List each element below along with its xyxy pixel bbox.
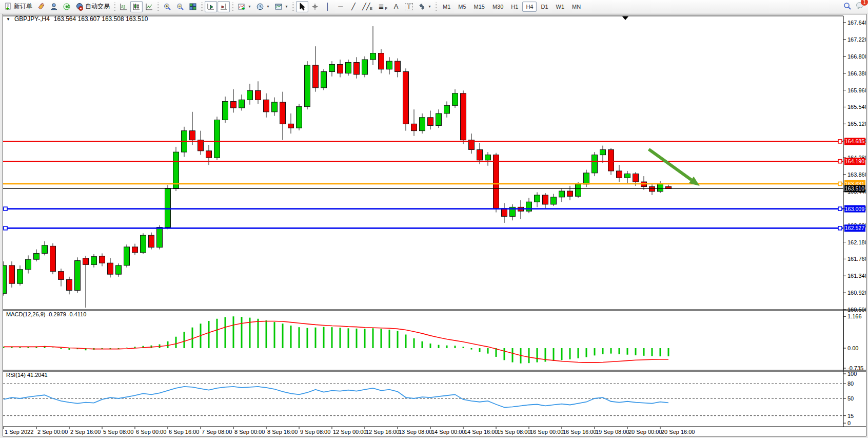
- label-tool-button[interactable]: T: [403, 1, 415, 12]
- candle-up: [173, 152, 179, 188]
- line-anchor-handle[interactable]: [838, 160, 842, 163]
- macd-histogram-bar: [126, 348, 128, 348]
- auto-scroll-icon: [207, 3, 215, 11]
- macd-tick-label: 0.00: [847, 345, 858, 351]
- line-chart-button[interactable]: [143, 1, 155, 12]
- search-icon[interactable]: [843, 2, 852, 10]
- line-anchor-handle[interactable]: [838, 226, 842, 230]
- rsi-tick-label: 50: [847, 395, 854, 402]
- macd-histogram-bar: [569, 348, 571, 359]
- candle-up: [297, 107, 302, 128]
- timeframe-button-m30[interactable]: M30: [489, 2, 507, 12]
- candle-down: [255, 90, 261, 100]
- macd-histogram-bar: [372, 328, 374, 348]
- timeframe-button-mn[interactable]: MN: [568, 2, 584, 12]
- macd-indicator-label: MACD(12,26,9) -0.2979 -0.4110: [6, 311, 86, 317]
- timeframe-button-d1[interactable]: D1: [537, 2, 551, 12]
- trend-arrow-annotation[interactable]: [649, 149, 700, 186]
- time-tick-label: 19 Sep 08:00: [596, 429, 629, 435]
- macd-histogram-bar: [463, 347, 464, 348]
- periods-button[interactable]: ▼: [254, 1, 272, 12]
- price-tick-label: 163.860: [847, 172, 866, 178]
- notifications-button[interactable]: 1: [856, 1, 865, 11]
- line-anchor-handle[interactable]: [4, 207, 7, 211]
- price-tick-label: 167.220: [847, 36, 866, 43]
- indicators-icon: +: [238, 3, 246, 11]
- signal-button[interactable]: [61, 1, 73, 12]
- line-anchor-handle[interactable]: [4, 226, 7, 230]
- price-tick-label: 166.800: [847, 53, 866, 60]
- candle-down: [354, 63, 360, 74]
- paint-icon: [37, 3, 45, 11]
- horizontal-price-lines[interactable]: [3, 140, 843, 230]
- macd-histogram-bar: [52, 348, 54, 348]
- chart-window: ▼ GBPJPY-,H4 163.564 163.607 163.508 163…: [3, 14, 866, 436]
- arrows-icon: [418, 3, 426, 11]
- collapse-triangle-icon[interactable]: ▼: [6, 17, 10, 22]
- candle-up: [321, 72, 327, 88]
- time-tick-label: 16 Sep 16:00: [563, 429, 596, 435]
- rsi-line: [4, 387, 668, 407]
- macd-histogram-bar: [627, 348, 628, 355]
- time-tick-label: 5 Sep 08:00: [103, 429, 133, 435]
- timeframe-button-h4[interactable]: H4: [522, 2, 537, 12]
- bar-chart-button[interactable]: [117, 1, 130, 12]
- candle-up: [26, 259, 31, 270]
- macd-histogram-bar: [528, 348, 530, 363]
- macd-histogram-bar: [61, 348, 62, 349]
- time-tick-label: 13 Sep 08:00: [399, 429, 432, 435]
- fibonacci-letter: F: [385, 6, 387, 11]
- macd-histogram-bar: [167, 341, 169, 348]
- timeframe-button-m1[interactable]: M1: [439, 2, 454, 12]
- price-axis[interactable]: 167.640167.220166.800166.380165.960165.5…: [843, 20, 866, 313]
- profiles-button[interactable]: [48, 1, 60, 12]
- templates-button[interactable]: ▼: [272, 1, 290, 12]
- channel-tool-button[interactable]: ╱╱ E: [360, 1, 374, 12]
- candle-down: [190, 131, 195, 140]
- toolbar-grip: [157, 3, 159, 11]
- zoom-out-button[interactable]: [174, 1, 186, 12]
- candle-down: [543, 195, 548, 204]
- chart-shift-button[interactable]: [218, 1, 230, 12]
- template-icon: [274, 3, 283, 11]
- zoom-in-button[interactable]: [161, 1, 173, 12]
- price-tick-label: 161.340: [847, 273, 866, 279]
- label-icon: T: [405, 3, 413, 10]
- styler-button[interactable]: [35, 1, 47, 12]
- text-tool-button[interactable]: A: [390, 1, 402, 12]
- macd-histogram-bar: [274, 322, 275, 348]
- trend-arrow-shaft[interactable]: [649, 149, 692, 180]
- chart-symbol-period: GBPJPY-,H4: [14, 15, 50, 23]
- timeframe-button-h1[interactable]: H1: [507, 2, 522, 12]
- fibonacci-tool-button[interactable]: ≣ F: [375, 1, 389, 12]
- indicators-button[interactable]: + ▼: [235, 1, 253, 12]
- candle-up: [592, 155, 598, 173]
- line-anchor-handle[interactable]: [838, 140, 842, 143]
- autotrade-button[interactable]: 自动交易: [73, 1, 112, 12]
- toolbar-grip: [232, 3, 233, 11]
- candle-down: [100, 256, 105, 263]
- new-order-button[interactable]: + 新订单: [2, 1, 34, 12]
- tile-windows-button[interactable]: [187, 1, 199, 12]
- time-axis[interactable]: 1 Sep 20222 Sep 00:002 Sep 16:005 Sep 08…: [4, 427, 695, 435]
- timeframe-button-w1[interactable]: W1: [553, 2, 568, 12]
- candlestick-chart-button[interactable]: [130, 1, 143, 12]
- notification-badge: 1: [861, 0, 868, 6]
- candle-up: [239, 100, 245, 108]
- trendline-tool-button[interactable]: ╱: [347, 1, 360, 12]
- line-anchor-handle[interactable]: [838, 182, 842, 185]
- line-anchor-handle[interactable]: [838, 207, 842, 211]
- timeframe-button-m15[interactable]: M15: [470, 2, 488, 12]
- candle-down: [633, 174, 639, 182]
- shapes-tool-button[interactable]: ▼: [416, 1, 433, 12]
- timeframe-button-m5[interactable]: M5: [455, 2, 469, 12]
- auto-scroll-button[interactable]: [205, 1, 217, 12]
- macd-histogram-bar: [446, 346, 448, 348]
- vertical-line-tool-button[interactable]: │: [322, 1, 334, 12]
- candle-down: [264, 100, 269, 111]
- candle-up: [576, 184, 581, 196]
- cursor-tool-button[interactable]: [296, 1, 308, 12]
- horizontal-line-tool-button[interactable]: ─: [334, 1, 347, 12]
- candle-up: [75, 261, 81, 291]
- crosshair-tool-button[interactable]: [309, 1, 321, 12]
